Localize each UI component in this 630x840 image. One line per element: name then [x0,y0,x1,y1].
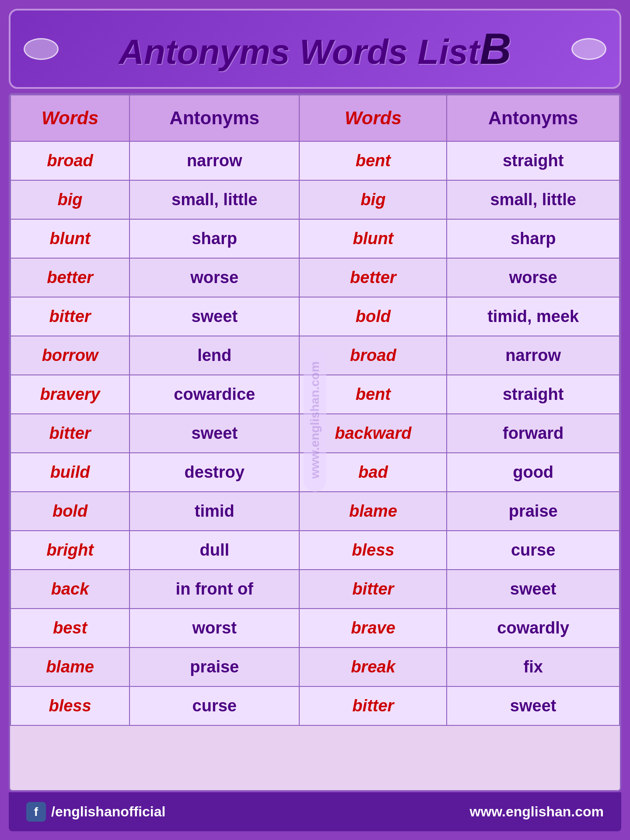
word-cell: back [10,570,130,609]
oval-left [24,38,59,60]
page-header: Antonyms Words ListB [9,9,621,89]
word-cell: bent [299,375,447,414]
word-cell: bitter [10,414,130,453]
title-text: Antonyms Words List [119,32,480,71]
table-row: blesscursebittersweet [10,686,620,725]
footer-website: www.englishan.com [470,804,604,820]
page-title: Antonyms Words ListB [119,32,511,71]
title-letter: B [480,24,511,73]
table-row: betterworsebetterworse [10,258,620,297]
antonym-cell: worst [130,609,299,648]
word-cell: bold [10,492,130,531]
antonym-cell: lend [130,336,299,375]
word-cell: bravery [10,375,130,414]
table-row: broadnarrowbentstraight [10,141,620,180]
facebook-handle: /englishanofficial [51,804,165,820]
antonym-cell: straight [447,375,620,414]
table-row: bittersweetbackwardforward [10,414,620,453]
oval-right [571,38,606,60]
word-cell: bad [299,453,447,492]
word-cell: blunt [10,219,130,258]
antonym-cell: small, little [130,180,299,219]
antonym-cell: destroy [130,453,299,492]
antonym-cell: worse [447,258,620,297]
facebook-icon: f [26,802,46,822]
antonym-cell: timid [130,492,299,531]
word-cell: bitter [299,686,447,725]
col3-header: Words [299,95,447,141]
footer-left: f /englishanofficial [26,802,165,822]
word-cell: build [10,453,130,492]
page-footer: f /englishanofficial www.englishan.com [9,792,621,831]
table-row: bluntsharpbluntsharp [10,219,620,258]
antonym-cell: forward [447,414,620,453]
table-row: bigsmall, littlebigsmall, little [10,180,620,219]
antonym-cell: sharp [130,219,299,258]
table-row: builddestroybadgood [10,453,620,492]
antonym-cell: fix [447,648,620,686]
word-cell: backward [299,414,447,453]
word-cell: bitter [299,570,447,609]
word-cell: bent [299,141,447,180]
word-cell: bitter [10,297,130,336]
table-row: borrowlendbroadnarrow [10,336,620,375]
word-cell: borrow [10,336,130,375]
antonym-cell: in front of [130,570,299,609]
antonym-cell: curse [130,686,299,725]
word-cell: blame [10,648,130,686]
word-cell: bold [299,297,447,336]
antonym-cell: curse [447,531,620,570]
word-cell: big [299,180,447,219]
table-body: broadnarrowbentstraightbigsmall, littleb… [10,141,620,725]
col1-header: Words [10,95,130,141]
word-cell: bless [299,531,447,570]
table-header-row: Words Antonyms Words Antonyms [10,95,620,141]
antonym-cell: praise [447,492,620,531]
antonym-cell: good [447,453,620,492]
word-cell: best [10,609,130,648]
word-cell: broad [299,336,447,375]
table-row: brightdullblesscurse [10,531,620,570]
antonyms-table: Words Antonyms Words Antonyms broadnarro… [10,94,620,726]
word-cell: blame [299,492,447,531]
word-cell: bless [10,686,130,725]
word-cell: better [10,258,130,297]
antonym-cell: sweet [447,686,620,725]
antonym-cell: small, little [447,180,620,219]
word-cell: big [10,180,130,219]
antonym-cell: cowardice [130,375,299,414]
antonym-cell: cowardly [447,609,620,648]
word-cell: broad [10,141,130,180]
word-cell: bright [10,531,130,570]
table-row: blamepraisebreakfix [10,648,620,686]
antonym-cell: sweet [130,297,299,336]
antonym-cell: narrow [130,141,299,180]
antonyms-table-container: Words Antonyms Words Antonyms broadnarro… [9,93,621,791]
word-cell: brave [299,609,447,648]
antonym-cell: sharp [447,219,620,258]
antonym-cell: sweet [447,570,620,609]
antonym-cell: sweet [130,414,299,453]
antonym-cell: narrow [447,336,620,375]
word-cell: better [299,258,447,297]
word-cell: blunt [299,219,447,258]
antonym-cell: timid, meek [447,297,620,336]
antonym-cell: dull [130,531,299,570]
antonym-cell: praise [130,648,299,686]
table-row: backin front ofbittersweet [10,570,620,609]
table-row: bestworstbravecowardly [10,609,620,648]
table-row: braverycowardicebentstraight [10,375,620,414]
table-row: boldtimidblamepraise [10,492,620,531]
col4-header: Antonyms [447,95,620,141]
antonym-cell: worse [130,258,299,297]
antonym-cell: straight [447,141,620,180]
table-row: bittersweetboldtimid, meek [10,297,620,336]
word-cell: break [299,648,447,686]
col2-header: Antonyms [130,95,299,141]
